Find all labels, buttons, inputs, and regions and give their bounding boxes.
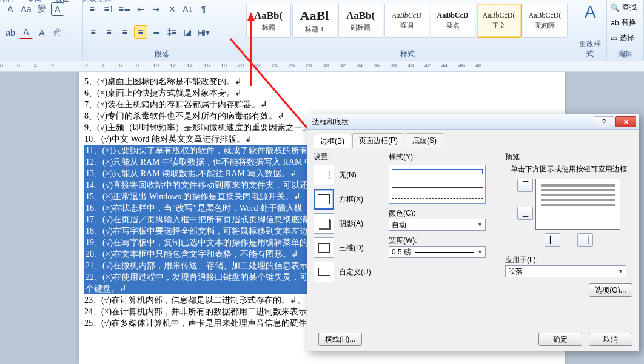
border-right-button[interactable]: ▕ — [577, 233, 593, 247]
tab-shading[interactable]: 底纹(S) — [406, 133, 443, 148]
replace-label[interactable]: 替换 — [622, 18, 636, 28]
width-label: 宽度(W): — [389, 236, 498, 246]
doc-line[interactable]: 6、(×)桌面上的快捷方式就是对象本身。↲ — [84, 87, 560, 99]
paragraph-group-label: 段落 — [87, 48, 237, 59]
select-icon[interactable]: ▭ — [611, 34, 617, 42]
replace-icon[interactable]: ab — [611, 19, 619, 27]
find-icon[interactable]: 🔍 — [611, 4, 620, 12]
show-marks-icon[interactable]: ¶ — [197, 2, 210, 16]
main-tabs: 邮件 审阅 视图 开发工具 — [0, 0, 122, 4]
doc-line[interactable]: 7、(×)装在主机箱内的存贮器都属于内存贮器。↲ — [84, 99, 560, 110]
tab-view[interactable]: 视图 — [55, 0, 70, 3]
phonetic-icon[interactable]: 變 — [35, 2, 49, 16]
settings-label: 设置: — [314, 152, 381, 162]
style-标题 1[interactable]: AaBl标题 1 — [292, 4, 337, 38]
border-left-button[interactable]: ▏ — [545, 233, 560, 247]
style-标题[interactable]: AaBb(标题 — [246, 4, 291, 38]
shading-icon[interactable]: ◪ — [181, 25, 195, 39]
char-border-icon[interactable]: A — [51, 2, 64, 16]
edit-group-label: 编辑 — [611, 48, 640, 59]
help-button[interactable]: ? — [594, 116, 614, 127]
align-left-icon[interactable]: ≡ — [87, 25, 100, 39]
line-style-list[interactable] — [389, 165, 486, 204]
setting-shadow[interactable]: 阴影(A) — [314, 213, 381, 234]
apply-label: 应用于(L): — [505, 255, 632, 265]
bullets-icon[interactable]: ≡· — [87, 2, 100, 16]
decrease-font-icon[interactable]: A — [4, 2, 17, 16]
tab-borders[interactable]: 边框(B) — [314, 134, 351, 148]
ribbon: 邮件 审阅 视图 开发工具 A Aa 變 A ab A A ㊕ ≡· — [0, 0, 644, 61]
close-button[interactable]: ✕ — [615, 116, 636, 127]
options-button[interactable]: 选项(O)... — [589, 283, 632, 297]
style-label: 样式(Y): — [389, 152, 498, 162]
style-gallery[interactable]: AaBb(标题AaBl标题 1AaBb(副标题AaBbCcD强调AaBbCcD要… — [245, 2, 570, 48]
find-label[interactable]: 查找 — [622, 2, 637, 13]
setting-none[interactable]: 无(N) — [314, 165, 381, 185]
line-spacing-icon[interactable]: ‡≡ — [166, 25, 179, 39]
dialog-tabs: 边框(B) 页面边框(P) 底纹(S) — [314, 133, 632, 148]
font-color-icon[interactable]: A — [19, 26, 33, 39]
cancel-button[interactable]: 取消 — [589, 333, 632, 346]
color-label: 颜色(C): — [389, 208, 498, 219]
style-正文[interactable]: AaBbCcD(正文 — [477, 4, 522, 38]
setting-box[interactable]: 方框(X) — [314, 189, 381, 210]
change-case-icon[interactable]: Aa — [19, 2, 33, 16]
dialog-titlebar[interactable]: 边框和底纹 ? ✕ — [307, 114, 639, 130]
asian-layout-icon[interactable]: ✕ — [166, 2, 179, 16]
multilevel-icon[interactable]: ≡≣ — [118, 2, 132, 16]
select-label[interactable]: 选择 — [620, 33, 634, 43]
style-强调[interactable]: AaBbCcD强调 — [384, 4, 429, 38]
style-要点[interactable]: AaBbCcD要点 — [431, 4, 475, 38]
align-right-icon[interactable]: ≡ — [118, 25, 132, 39]
dialog-title: 边框和底纹 — [312, 117, 349, 127]
border-bottom-button[interactable]: ▁ — [517, 207, 533, 220]
setting-custom[interactable]: 自定义(U) — [314, 262, 381, 282]
tab-review[interactable]: 审阅 — [27, 0, 42, 3]
doc-line[interactable]: 5、(×)桌面上图标的名称是不能改变的。↲ — [84, 76, 560, 87]
style-无间隔[interactable]: AaBbCcD(无间隔 — [523, 4, 568, 38]
sort-icon[interactable]: A↓ — [181, 2, 195, 16]
apply-combo[interactable]: 段落▼ — [505, 265, 626, 277]
preview-hint: 单击下方图示或使用按钮可应用边框 — [505, 165, 632, 174]
preview-doc[interactable] — [535, 179, 620, 230]
preview-label: 预览 — [505, 152, 632, 162]
width-combo[interactable]: 0.5 磅 ▼ — [389, 246, 486, 258]
indent-dec-icon[interactable]: ⇤ — [134, 2, 147, 16]
char-shading-icon[interactable]: A — [35, 26, 49, 39]
ok-button[interactable]: 确定 — [538, 333, 582, 346]
style-副标题[interactable]: AaBb(副标题 — [338, 4, 383, 38]
highlight-icon[interactable]: ab — [4, 26, 17, 39]
tab-mail[interactable]: 邮件 — [0, 0, 15, 3]
justify-icon[interactable]: ≡ — [134, 25, 147, 39]
tab-page-border[interactable]: 页面边框(P) — [352, 133, 404, 148]
indent-inc-icon[interactable]: ⇥ — [150, 2, 163, 16]
hline-button[interactable]: 横线(H)... — [318, 333, 362, 346]
borders-icon[interactable]: ▦▾ — [197, 25, 210, 39]
setting-3d[interactable]: 三维(D) — [314, 237, 381, 258]
change-style-label[interactable]: 更改样式 — [578, 38, 603, 59]
styles-group-label: 样式 — [245, 48, 570, 59]
change-style-icon[interactable]: A — [578, 2, 603, 22]
color-combo[interactable]: 自动▼ — [389, 219, 486, 231]
tab-dev[interactable]: 开发工具 — [82, 0, 112, 3]
ruler[interactable]: 8642246810121416182022242628303234363840… — [0, 61, 644, 72]
numbering-icon[interactable]: ≡1 — [102, 2, 116, 16]
border-top-button[interactable]: ▔ — [517, 179, 533, 192]
borders-dialog: 边框和底纹 ? ✕ 边框(B) 页面边框(P) 底纹(S) 设置: 无(N) 方… — [307, 114, 639, 351]
enclose-icon[interactable]: ㊕ — [51, 26, 64, 39]
font-group-label — [4, 50, 79, 59]
align-center-icon[interactable]: ≡ — [102, 25, 116, 39]
distribute-icon[interactable]: ≣ — [150, 25, 163, 39]
